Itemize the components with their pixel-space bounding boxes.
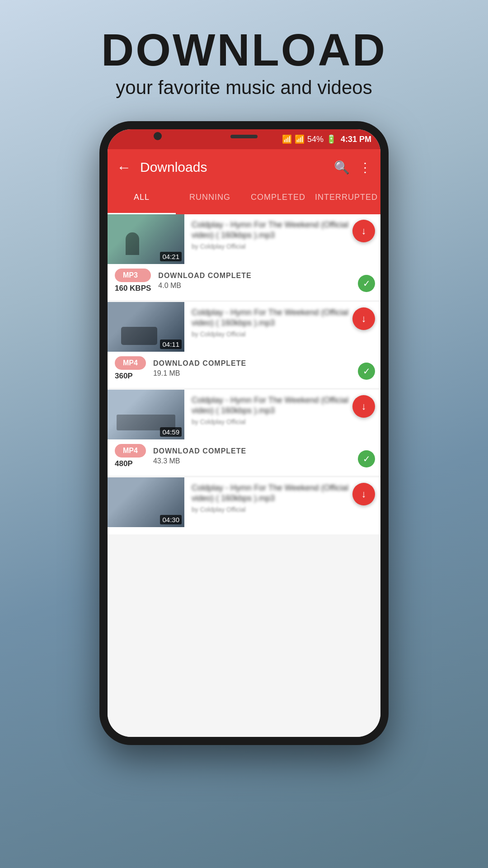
action-icons: 🔍 ⋮: [334, 160, 371, 175]
tab-interrupted[interactable]: Interrupted: [312, 185, 380, 214]
download-action-btn-2[interactable]: ↓: [352, 307, 375, 330]
download-arrow-icon-1: ↓: [361, 225, 366, 237]
download-title-1: Coldplay - Hymn For The Weekend (Officia…: [192, 220, 349, 241]
quality-label-1: 160 KBPS: [115, 284, 151, 293]
format-badge-2: MP4: [115, 356, 146, 370]
download-item-top-3: 04:59 Coldplay - Hymn For The Weekend (O…: [108, 390, 380, 439]
back-button[interactable]: ←: [117, 159, 131, 176]
download-title-4: Coldplay - Hymn For The Weekend (Officia…: [192, 483, 349, 504]
download-title-3: Coldplay - Hymn For The Weekend (Officia…: [192, 395, 349, 416]
format-badge-3: MP4: [115, 444, 146, 458]
duration-3: 04:59: [160, 427, 182, 437]
status-time: 4:31 PM: [341, 135, 371, 144]
wifi-icon: 📶: [282, 134, 292, 144]
app-bar-title: Downloads: [140, 160, 334, 175]
phone-screen: 📶 📶 54% 🔋 4:31 PM ← Downloads 🔍 ⋮ All: [108, 129, 380, 737]
download-info-4: Coldplay - Hymn For The Weekend (Officia…: [184, 477, 380, 527]
download-action-btn-1[interactable]: ↓: [352, 220, 375, 242]
status-bar: 📶 📶 54% 🔋 4:31 PM: [108, 129, 380, 149]
download-channel-2: by Coldplay Official: [192, 330, 349, 338]
duration-4: 04:30: [160, 515, 182, 524]
phone-frame: 📶 📶 54% 🔋 4:31 PM ← Downloads 🔍 ⋮ All: [99, 121, 389, 745]
list-item: 04:30 Coldplay - Hymn For The Weekend (O…: [108, 477, 380, 534]
format-badge-1: MP3: [115, 269, 151, 282]
download-arrow-icon-4: ↓: [361, 488, 366, 500]
download-action-btn-4[interactable]: ↓: [352, 483, 375, 505]
download-channel-1: by Coldplay Official: [192, 243, 349, 250]
download-channel-4: by Coldplay Official: [192, 506, 349, 513]
tab-completed[interactable]: Completed: [244, 185, 312, 214]
download-action-btn-3[interactable]: ↓: [352, 395, 375, 418]
download-channel-3: by Coldplay Official: [192, 418, 349, 425]
list-item: 04:11 Coldplay - Hymn For The Weekend (O…: [108, 302, 380, 388]
download-item-bottom-1: MP3 160 KBPS DOWNLOAD COMPLETE 4.0 MB ✓: [108, 264, 380, 293]
file-size-2: 19.1 MB: [153, 369, 246, 377]
thumbnail-1: 04:21: [108, 214, 184, 264]
bottom-info-3: MP4 480P: [115, 444, 146, 468]
download-item-bottom-3: MP4 480P DOWNLOAD COMPLETE 43.3 MB ✓: [108, 439, 380, 468]
thumbnail-3: 04:59: [108, 390, 184, 439]
hero-section: DOWNLOAD your favorite music and videos: [83, 0, 405, 117]
status-label-2: DOWNLOAD COMPLETE: [153, 359, 246, 368]
thumbnail-2: 04:11: [108, 302, 184, 352]
app-bar: ← Downloads 🔍 ⋮: [108, 149, 380, 185]
list-item: 04:59 Coldplay - Hymn For The Weekend (O…: [108, 390, 380, 476]
list-item: 04:21 Coldplay - Hymn For The Weekend (O…: [108, 214, 380, 300]
quality-label-3: 480P: [115, 459, 146, 468]
check-icon-3: ✓: [358, 450, 375, 467]
check-icon-1: ✓: [358, 275, 375, 292]
tabs-bar: All Running Completed Interrupted: [108, 185, 380, 214]
download-item-bottom-2: MP4 360P DOWNLOAD COMPLETE 19.1 MB ✓: [108, 352, 380, 381]
status-icons: 📶 📶 54% 🔋 4:31 PM: [282, 134, 371, 144]
more-options-button[interactable]: ⋮: [359, 160, 371, 175]
quality-label-2: 360P: [115, 372, 146, 381]
back-icon: ←: [117, 159, 131, 176]
download-item-top-4: 04:30 Coldplay - Hymn For The Weekend (O…: [108, 477, 380, 527]
download-info-2: Coldplay - Hymn For The Weekend (Officia…: [184, 302, 380, 352]
download-info-1: Coldplay - Hymn For The Weekend (Officia…: [184, 214, 380, 264]
status-label-1: DOWNLOAD COMPLETE: [158, 272, 251, 280]
file-size-1: 4.0 MB: [158, 282, 251, 290]
status-info-1: DOWNLOAD COMPLETE 4.0 MB: [158, 272, 251, 290]
search-button[interactable]: 🔍: [334, 160, 350, 175]
download-info-3: Coldplay - Hymn For The Weekend (Officia…: [184, 390, 380, 439]
battery-percent: 54%: [307, 135, 324, 144]
download-arrow-icon-3: ↓: [361, 401, 366, 412]
status-info-3: DOWNLOAD COMPLETE 43.3 MB: [153, 447, 246, 465]
download-title-2: Coldplay - Hymn For The Weekend (Officia…: [192, 307, 349, 329]
duration-1: 04:21: [160, 252, 182, 261]
bottom-info-2: MP4 360P: [115, 356, 146, 381]
download-item-top-1: 04:21 Coldplay - Hymn For The Weekend (O…: [108, 214, 380, 264]
duration-2: 04:11: [160, 340, 182, 349]
bottom-info-1: MP3 160 KBPS: [115, 269, 151, 293]
status-label-3: DOWNLOAD COMPLETE: [153, 447, 246, 455]
hero-subtitle: your favorite music and videos: [101, 77, 387, 99]
download-item-top-2: 04:11 Coldplay - Hymn For The Weekend (O…: [108, 302, 380, 352]
thumbnail-4: 04:30: [108, 477, 184, 527]
file-size-3: 43.3 MB: [153, 457, 246, 465]
check-icon-2: ✓: [358, 363, 375, 380]
tab-all[interactable]: All: [108, 185, 176, 214]
status-info-2: DOWNLOAD COMPLETE 19.1 MB: [153, 359, 246, 377]
downloads-list: 04:21 Coldplay - Hymn For The Weekend (O…: [108, 214, 380, 737]
battery-icon: 🔋: [326, 134, 336, 144]
hero-title: DOWNLOAD: [101, 27, 387, 72]
tab-running[interactable]: Running: [176, 185, 244, 214]
download-arrow-icon-2: ↓: [361, 313, 366, 325]
signal-icon: 📶: [295, 134, 305, 144]
